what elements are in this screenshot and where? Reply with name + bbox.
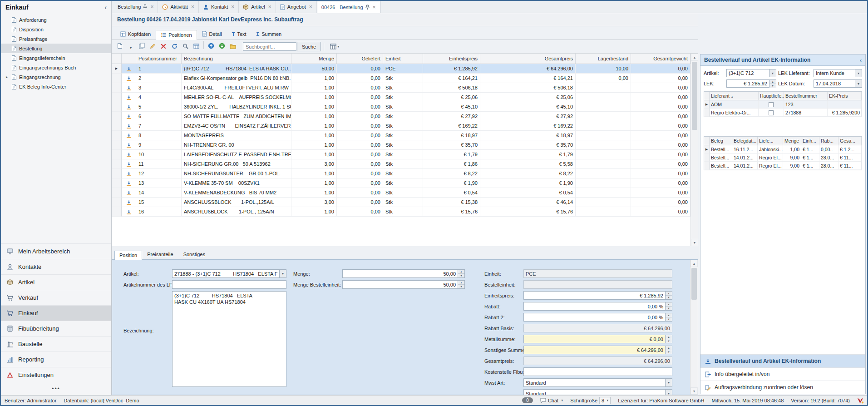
spinner-buttons[interactable]: ▲▼ <box>665 302 672 310</box>
sidebar-item-disposition[interactable]: Disposition <box>1 25 111 34</box>
table-row[interactable]: 14V-KLEMMENABDECKUNG BIS 70 MM21,000,00S… <box>112 188 690 198</box>
scroll-up-icon[interactable]: ▲ <box>691 54 698 61</box>
order-row[interactable]: ▶Bestell...16.11.2...Jablonski...1,00€ 1… <box>704 145 862 153</box>
order-column-6[interactable]: Gesa... <box>838 137 862 145</box>
search-button[interactable]: Suche <box>297 42 321 51</box>
table-row[interactable]: ▶1(3+1)C 712 HS71804 ELSTA HASK CU...50,… <box>112 64 690 74</box>
nav-item-reporting[interactable]: Reporting <box>1 352 111 367</box>
nav-item-kontakte[interactable]: Kontakte <box>1 259 111 274</box>
spinner-buttons[interactable]: ▲▼ <box>665 292 672 299</box>
panel-action-info-übergeleitet-in-von[interactable]: Info übergeleitet in/von <box>700 367 865 381</box>
tab-angebot[interactable]: Angebot× <box>276 1 317 13</box>
spinner-buttons[interactable]: ▲▼ <box>665 335 672 343</box>
scroll-up-icon[interactable]: ▲ <box>690 260 698 267</box>
table-row[interactable]: 8MONTAGEPREIS1,000,00Stk€ 18,97€ 18,970,… <box>112 131 690 140</box>
tab-close-icon[interactable]: × <box>191 4 194 10</box>
pin-icon[interactable] <box>365 5 370 10</box>
panel-action-auftragsverbindung-zuordnen-oder[interactable]: Auftragsverbindung zuordnen oder lösen <box>700 381 865 394</box>
sidebar-item-ek-beleg-info-center[interactable]: EK Beleg Info-Center <box>1 82 111 91</box>
column-header-positionsnummer[interactable]: Positionsnummer <box>136 54 182 64</box>
table-row[interactable]: 9NH-TRENNER GR. 001,000,00Stk€ 35,70€ 35… <box>112 140 690 150</box>
nav-item-fibuüberleitung[interactable]: Fibuüberleitung <box>1 321 111 336</box>
artikelnummer_lf-field[interactable] <box>172 280 286 289</box>
folder-button[interactable] <box>227 41 238 51</box>
view-tab-kopfdaten[interactable]: Kopfdaten <box>115 29 156 40</box>
view-tab-text[interactable]: TText <box>227 29 252 40</box>
table-row[interactable]: 4MEHLER SO-FL-C-AL AUFPREIS SOCKELMON...… <box>112 93 690 102</box>
chevron-down-icon[interactable]: ▾ <box>855 80 862 87</box>
tab-00426-bestellung[interactable]: 00426 - Bestellung× <box>317 1 380 13</box>
table-row[interactable]: 12NH-SICHERUNGSUNTER. GR.00 1-POL.1,000,… <box>112 169 690 178</box>
sidebar-item-eingangslieferschein[interactable]: Eingangslieferschein <box>1 53 111 63</box>
detail-tab-preisanteile[interactable]: Preisanteile <box>142 250 178 259</box>
nav-item-verkauf[interactable]: Verkauf <box>1 290 111 305</box>
detail-tab-sonstiges[interactable]: Sonstiges <box>178 250 210 259</box>
metallsumme-field[interactable]: € 0,00▲▼ <box>523 335 672 343</box>
tab-artikel[interactable]: Artikel× <box>239 1 276 13</box>
supplier-row[interactable]: ▶AOM123 <box>704 100 862 109</box>
sidebar-item-eingangsrechnung[interactable]: ▸Eingangsrechnung <box>1 72 111 82</box>
chevron-down-icon[interactable]: ▾ <box>279 270 286 277</box>
info-panel-header[interactable]: Bestellverlauf und Artikel EK-Informatio… <box>700 54 865 66</box>
spinner-buttons[interactable]: ▲▼ <box>665 346 672 354</box>
nav-item-einstellungen[interactable]: Einstellungen <box>1 367 111 382</box>
tab-close-icon[interactable]: × <box>309 4 312 10</box>
column-header-bezeichnung[interactable]: Bezeichnung <box>182 54 291 64</box>
view-tab-detail[interactable]: Detail <box>197 29 227 40</box>
refresh-button[interactable] <box>169 41 180 51</box>
table-row[interactable]: 6SO-MATTE FÜLLMATTE ZUM ABDICHTEN IM S..… <box>112 112 690 121</box>
sidebar-item-bestellung[interactable]: Bestellung <box>1 44 111 53</box>
tab-close-icon[interactable]: × <box>150 4 153 10</box>
find-edit-button[interactable] <box>180 41 191 51</box>
column-header-einheitspreis[interactable]: Einheitspreis <box>423 54 480 64</box>
mwst_art-field[interactable]: Standard▾ <box>523 378 672 387</box>
rabatt-field[interactable]: 0,00 %▲▼ <box>523 302 672 311</box>
view-tab-summen[interactable]: ΣSummen <box>252 29 287 40</box>
tab-close-icon[interactable]: × <box>373 4 376 10</box>
hauptlieferant-checkbox[interactable] <box>769 110 774 115</box>
partial-field[interactable]: Standard▾ <box>523 389 672 395</box>
panel-action-bestellverlauf-und-artikel-ek-in[interactable]: Bestellverlauf und Artikel EK-Informatio… <box>700 354 865 367</box>
tab-aktivität[interactable]: Aktivität× <box>158 1 199 13</box>
supplier-column-ek-preis[interactable]: EK-Preis <box>828 92 862 100</box>
hauptlieferant-checkbox[interactable] <box>769 102 774 107</box>
artikel-field[interactable]: 271888 - (3+1)C 712 HS71804 ELSTA F▾ <box>172 269 286 278</box>
menge_bestelleinheit-field[interactable]: 50,00▲▼ <box>342 280 465 289</box>
einheit-field[interactable]: PCE <box>523 269 672 278</box>
view-tab-positionen[interactable]: Positionen <box>156 30 197 40</box>
order-column-3[interactable]: Menge <box>783 137 801 145</box>
rp-lek-lieferant-combo[interactable]: Intern Kunde ▾ <box>814 69 862 77</box>
table-row[interactable]: 13V-KLEMME 35-70 SM 00SZVK11,000,00Stk€ … <box>112 178 690 188</box>
table-row[interactable]: 536000-1/2 ZYL. HALBZYLINDER INKL. 1 SC.… <box>112 102 690 112</box>
tab-close-icon[interactable]: × <box>268 4 271 10</box>
kostenstelle_fibu-field[interactable] <box>523 367 672 376</box>
copy-button[interactable] <box>136 41 147 51</box>
supplier-column-lieferant[interactable]: Lieferant ▲ <box>710 92 759 100</box>
nav-item-baustelle[interactable]: Baustelle <box>1 336 111 352</box>
order-row[interactable]: Bestell...14.01.2...Regro El...9,00€ 1..… <box>704 162 862 170</box>
scroll-down-icon[interactable]: ▼ <box>691 239 698 246</box>
column-header-einheit[interactable]: Einheit <box>383 54 423 64</box>
download-button[interactable] <box>217 41 227 51</box>
edit-button[interactable] <box>147 41 158 51</box>
table-row[interactable]: 10LAIENBEDIENSCHUTZ F. PASSEND F.NH-TREN… <box>112 150 690 159</box>
dropdown-button[interactable]: ▾ <box>125 42 136 52</box>
nav-item-artikel[interactable]: Artikel <box>1 274 111 290</box>
spinner-buttons[interactable]: ▲▼ <box>665 313 672 321</box>
spinner-buttons[interactable]: ▲▼ <box>769 80 776 87</box>
sidebar-collapse-icon[interactable]: ‹ <box>104 4 107 11</box>
column-header-menge[interactable]: Menge <box>291 54 337 64</box>
grid-scrollbar[interactable]: ▲ ▼ <box>690 54 698 246</box>
fontsize-select[interactable]: 8 ▾ <box>599 397 611 404</box>
column-header-gesamtgewicht[interactable]: Gesamtgewicht <box>631 54 690 64</box>
table-row[interactable]: 15ANSCHLUSSBLOCK 1-POL.,125A/L3,000,00St… <box>112 198 690 207</box>
search-input[interactable] <box>243 42 296 51</box>
chevron-down-icon[interactable]: ▾ <box>855 69 862 77</box>
tab-kontakt[interactable]: Kontakt× <box>199 1 239 13</box>
table-row[interactable]: 11NH-SICHERUNG GR.00 50 A 5139623,000,00… <box>112 159 690 169</box>
sidebar-item-preisanfrage[interactable]: Preisanfrage <box>1 34 111 44</box>
rp-lek-field[interactable]: € 1.285,92 ▲▼ <box>726 79 776 88</box>
table-row[interactable]: 3FL4C/300-AL FREILUFTVERT.,ALU M.RW1,000… <box>112 83 690 93</box>
sidebar-item-anforderung[interactable]: Anforderung <box>1 15 111 25</box>
pin-icon[interactable] <box>143 4 147 10</box>
